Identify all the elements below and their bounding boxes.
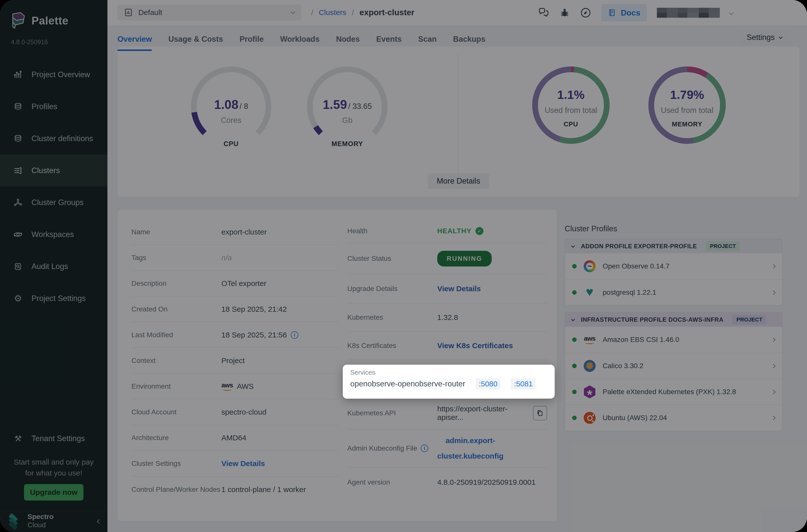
services-spotlight: Services openobserve-openobserve-router … — [343, 365, 555, 399]
tour-dim-overlay — [0, 0, 807, 532]
service-port-5081-link[interactable]: :5081 — [511, 378, 536, 390]
service-name: openobserve-openobserve-router — [350, 379, 465, 388]
app-window: Palette 4.8.0-250916 Project Overview Pr… — [0, 0, 807, 532]
services-label: Services — [350, 369, 547, 376]
service-port-5080-link[interactable]: :5080 — [476, 378, 501, 390]
